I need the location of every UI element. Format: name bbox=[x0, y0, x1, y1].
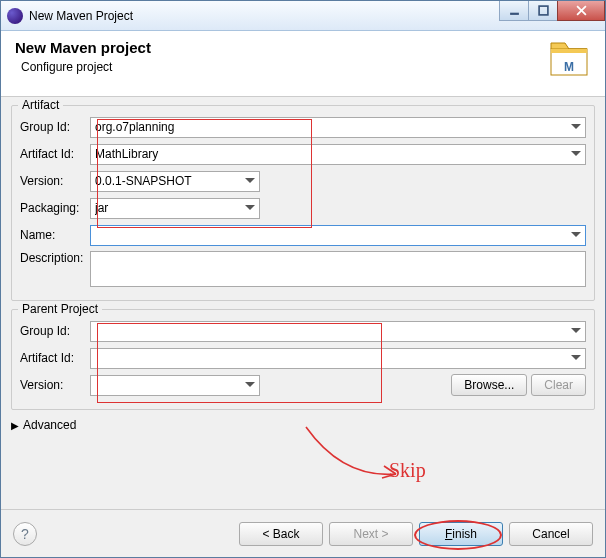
name-field[interactable] bbox=[90, 225, 586, 246]
chevron-right-icon: ▶ bbox=[11, 420, 19, 431]
advanced-toggle[interactable]: ▶ Advanced bbox=[11, 418, 595, 432]
svg-rect-0 bbox=[510, 13, 519, 15]
parent-group-id-field[interactable] bbox=[90, 321, 586, 342]
packaging-label: Packaging: bbox=[20, 201, 90, 215]
artifact-id-field[interactable] bbox=[90, 144, 586, 165]
cancel-button[interactable]: Cancel bbox=[509, 522, 593, 546]
next-button[interactable]: Next > bbox=[329, 522, 413, 546]
titlebar[interactable]: New Maven Project bbox=[1, 1, 605, 31]
back-button[interactable]: < Back bbox=[239, 522, 323, 546]
version-label: Version: bbox=[20, 174, 90, 188]
group-id-label: Group Id: bbox=[20, 120, 90, 134]
parent-version-field[interactable] bbox=[90, 375, 260, 396]
description-label: Description: bbox=[20, 251, 90, 265]
dialog-window: New Maven Project New Maven project Conf… bbox=[0, 0, 606, 558]
help-button[interactable]: ? bbox=[13, 522, 37, 546]
maven-icon: M bbox=[547, 39, 591, 79]
app-icon bbox=[7, 8, 23, 24]
parent-version-label: Version: bbox=[20, 378, 90, 392]
description-field[interactable] bbox=[90, 251, 586, 287]
maximize-button[interactable] bbox=[528, 1, 558, 21]
advanced-label: Advanced bbox=[23, 418, 76, 432]
parent-legend: Parent Project bbox=[18, 302, 102, 316]
page-subtitle: Configure project bbox=[21, 60, 151, 74]
svg-rect-3 bbox=[551, 49, 587, 53]
parent-group-id-label: Group Id: bbox=[20, 324, 90, 338]
minimize-button[interactable] bbox=[499, 1, 529, 21]
window-controls bbox=[500, 1, 605, 21]
svg-text:M: M bbox=[564, 60, 574, 74]
page-title: New Maven project bbox=[15, 39, 151, 56]
parent-artifact-id-field[interactable] bbox=[90, 348, 586, 369]
close-button[interactable] bbox=[557, 1, 605, 21]
svg-rect-1 bbox=[539, 6, 548, 15]
version-field[interactable] bbox=[90, 171, 260, 192]
parent-group: Parent Project Group Id: Artifact Id: Ve… bbox=[11, 309, 595, 410]
packaging-field[interactable] bbox=[90, 198, 260, 219]
browse-button[interactable]: Browse... bbox=[451, 374, 527, 396]
name-label: Name: bbox=[20, 228, 90, 242]
group-id-field[interactable] bbox=[90, 117, 586, 138]
artifact-group: Artifact Group Id: Artifact Id: Version:… bbox=[11, 105, 595, 301]
wizard-content: Artifact Group Id: Artifact Id: Version:… bbox=[1, 97, 605, 509]
wizard-header: New Maven project Configure project M bbox=[1, 31, 605, 97]
artifact-id-label: Artifact Id: bbox=[20, 147, 90, 161]
artifact-legend: Artifact bbox=[18, 98, 63, 112]
window-title: New Maven Project bbox=[29, 9, 133, 23]
clear-button[interactable]: Clear bbox=[531, 374, 586, 396]
annotation-arrow bbox=[301, 422, 411, 492]
finish-button[interactable]: Finish bbox=[419, 522, 503, 546]
parent-artifact-id-label: Artifact Id: bbox=[20, 351, 90, 365]
annotation-skip-text: Skip bbox=[389, 459, 426, 482]
wizard-footer: ? < Back Next > Finish Cancel bbox=[1, 509, 605, 557]
